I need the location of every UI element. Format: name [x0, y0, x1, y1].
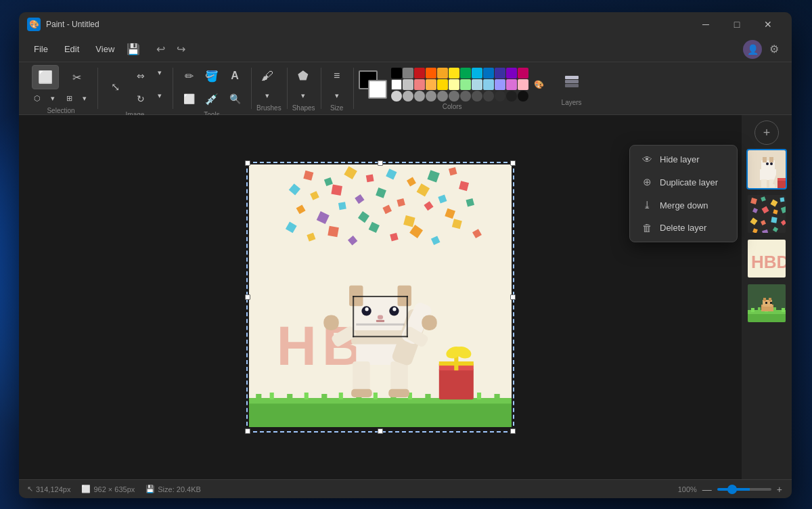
swatch-lgreen[interactable] [460, 79, 471, 90]
select-all-button[interactable]: ⊞ [62, 91, 76, 106]
swatch-lgray[interactable] [403, 79, 413, 90]
swatch-orchid[interactable] [506, 79, 517, 90]
minimize-button[interactable]: ─ [690, 12, 721, 37]
fill-button[interactable]: 🪣 [201, 65, 223, 87]
color-picker-button[interactable]: 💉 [201, 88, 223, 110]
svg-rect-43 [256, 394, 261, 399]
rotate-drop-button[interactable]: ▾ [152, 88, 167, 103]
swatch-lblue[interactable] [472, 79, 482, 90]
swatch-c8[interactable] [472, 91, 482, 102]
swatch-lred[interactable] [414, 79, 425, 90]
flip-drop-button[interactable]: ▾ [152, 65, 167, 80]
layer-2-thumb[interactable] [746, 194, 787, 234]
brush-button[interactable]: 🖌 [256, 65, 278, 87]
colors-group: 🎨 Colors [353, 65, 551, 112]
brush-drop-button[interactable]: ▾ [260, 88, 275, 103]
svg-rect-78 [323, 315, 338, 330]
shapes-drop-button[interactable]: ▾ [296, 88, 311, 103]
size-drop-button[interactable]: ▾ [330, 88, 344, 103]
hide-layer-item[interactable]: 👁 Hide layer [630, 148, 737, 171]
filesize-text: Size: 20.4KB [158, 485, 201, 493]
handle-br[interactable] [510, 428, 516, 434]
background-color[interactable] [368, 80, 387, 99]
swatch-c11[interactable] [506, 91, 517, 102]
undo-button[interactable]: ↩ [151, 40, 170, 59]
swatch-magenta[interactable] [518, 68, 528, 79]
svg-rect-131 [769, 298, 771, 301]
swatch-white[interactable] [391, 79, 402, 90]
swatch-c6[interactable] [449, 91, 459, 102]
zoom-out-button[interactable]: — [701, 484, 713, 495]
swatch-periwinkle[interactable] [495, 79, 505, 90]
maximize-button[interactable]: □ [721, 12, 752, 37]
handle-bm[interactable] [378, 428, 383, 434]
profile-button[interactable]: 👤 [743, 40, 762, 59]
swatch-amber[interactable] [437, 68, 448, 79]
swatch-c10[interactable] [495, 91, 505, 102]
main-canvas[interactable]: HBD [249, 164, 512, 427]
swatch-black[interactable] [391, 68, 402, 79]
svg-rect-88 [353, 296, 408, 297]
resize-button[interactable]: ⤡ [103, 74, 127, 99]
swatch-orange[interactable] [426, 68, 436, 79]
rotate-button[interactable]: ↻ [130, 88, 152, 110]
menu-edit[interactable]: Edit [58, 41, 86, 57]
swatch-lgold[interactable] [437, 79, 448, 90]
swatch-lyellow[interactable] [449, 79, 459, 90]
shapes-button[interactable]: ⬟ [292, 65, 314, 87]
swatch-c5[interactable] [437, 91, 448, 102]
zoom-in-button[interactable]: + [775, 484, 784, 495]
zoom-slider[interactable] [717, 488, 771, 491]
swatch-c7[interactable] [460, 91, 471, 102]
swatch-gray[interactable] [403, 68, 413, 79]
layer-3-thumb[interactable]: HBD [746, 238, 787, 279]
pencil-button[interactable]: ✏ [178, 65, 200, 87]
context-menu: 👁 Hide layer ⊕ Duplicate layer ⤓ Merge d… [629, 145, 738, 242]
redo-button[interactable]: ↪ [171, 40, 190, 59]
close-button[interactable]: ✕ [752, 12, 784, 37]
menu-view[interactable]: View [89, 41, 121, 57]
add-color-button[interactable]: 🎨 [533, 78, 546, 91]
merge-down-item[interactable]: ⤓ Merge down [630, 194, 737, 217]
layers-button[interactable]: Layers [551, 65, 592, 112]
swatch-lorange[interactable] [426, 79, 436, 90]
flip-button[interactable]: ⇔ [130, 65, 152, 87]
shapes-label: Shapes [292, 103, 315, 112]
swatch-c12[interactable] [518, 91, 528, 102]
swatch-teal[interactable] [472, 68, 482, 79]
settings-button[interactable]: ⚙ [765, 40, 784, 59]
select-drop-button[interactable]: ▾ [45, 91, 60, 106]
size-group: ≡ ▾ Size [321, 65, 353, 112]
swatch-c9[interactable] [483, 91, 494, 102]
swatch-c4[interactable] [426, 91, 436, 102]
swatch-purple[interactable] [506, 68, 517, 79]
delete-layer-item[interactable]: 🗑 Delete layer [630, 217, 737, 239]
swatch-pink[interactable] [518, 79, 528, 90]
handle-bl[interactable] [245, 428, 250, 434]
layer-1-thumb[interactable] [746, 149, 787, 190]
add-layer-button[interactable]: + [754, 120, 779, 145]
swatch-c2[interactable] [403, 91, 413, 102]
menu-file[interactable]: File [27, 41, 55, 57]
select-option-button[interactable]: ▾ [77, 91, 92, 106]
eraser-button[interactable]: ⬜ [178, 88, 200, 110]
svg-rect-130 [763, 298, 766, 301]
crop-button[interactable]: ✂ [65, 65, 89, 89]
layer-4-thumb[interactable] [746, 283, 787, 324]
save-button[interactable]: 💾 [124, 40, 143, 59]
swatch-yellow[interactable] [449, 68, 459, 79]
duplicate-layer-item[interactable]: ⊕ Duplicate layer [630, 171, 737, 194]
swatch-c3[interactable] [414, 91, 425, 102]
select-free-button[interactable]: ⬡ [30, 91, 45, 106]
swatch-blue[interactable] [483, 68, 494, 79]
size-button[interactable]: ≡ [326, 65, 348, 87]
text-button[interactable]: A [224, 65, 246, 87]
swatch-green[interactable] [460, 68, 471, 79]
swatch-indigo[interactable] [495, 68, 505, 79]
zoom-tool-button[interactable]: 🔍 [224, 88, 246, 110]
svg-rect-50 [374, 393, 378, 399]
swatch-red[interactable] [414, 68, 425, 79]
select-rect-button[interactable]: ⬜ [32, 65, 59, 89]
swatch-c1[interactable] [391, 91, 402, 102]
swatch-sky[interactable] [483, 79, 494, 90]
